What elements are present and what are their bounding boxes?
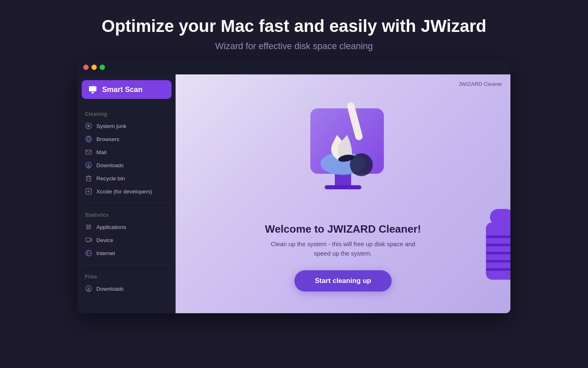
- sidebar-item-applications[interactable]: Applications: [82, 220, 172, 233]
- monitor-illustration: [286, 96, 400, 211]
- section-statistics-label: Statistics: [85, 212, 168, 218]
- files-downloads-label: Downloads: [96, 286, 124, 292]
- sidebar-item-recycle-bin[interactable]: Recycle bin: [82, 172, 172, 185]
- svg-point-11: [89, 227, 91, 229]
- sidebar-item-device[interactable]: Device: [82, 233, 172, 247]
- device-label: Device: [96, 237, 113, 243]
- titlebar: [78, 60, 510, 74]
- traffic-lights: [83, 65, 105, 70]
- section-cleaning-label: Cleaning: [85, 111, 168, 117]
- xcode-icon: [85, 188, 92, 195]
- browsers-icon: [85, 135, 92, 143]
- applications-icon: [85, 223, 92, 231]
- sidebar-item-downloads[interactable]: Downloads: [82, 159, 172, 172]
- page-title: Optimize your Mac fast and easily with J…: [102, 16, 487, 36]
- svg-rect-26: [486, 236, 510, 238]
- sidebar: Smart Scan Cleaning System junk Browsers: [78, 74, 176, 313]
- svg-rect-0: [89, 86, 96, 92]
- sidebar-item-xcode[interactable]: Xcode (for developers): [82, 185, 172, 198]
- minimize-button[interactable]: [91, 65, 97, 70]
- svg-rect-6: [87, 177, 91, 181]
- welcome-title: Welcome to JWIZARD Cleaner!: [265, 223, 421, 236]
- device-icon: [85, 236, 92, 244]
- system-junk-label: System junk: [96, 123, 127, 129]
- mail-label: Mail: [96, 149, 107, 155]
- app-name-label: JWIZARD Cleaner: [459, 81, 502, 87]
- xcode-label: Xcode (for developers): [96, 188, 152, 195]
- files-download-icon: [85, 285, 92, 292]
- svg-point-2: [87, 125, 90, 127]
- main-content: JWIZARD Cleaner: [176, 74, 510, 313]
- cleaner-illustration: [286, 96, 400, 211]
- divider-1: [82, 203, 172, 203]
- downloads-label: Downloads: [96, 162, 124, 168]
- svg-rect-12: [86, 238, 90, 241]
- svg-rect-4: [86, 150, 91, 154]
- svg-point-10: [87, 227, 88, 229]
- app-body: Smart Scan Cleaning System junk Browsers: [78, 74, 510, 313]
- downloads-icon: [85, 162, 92, 169]
- svg-rect-30: [486, 268, 510, 271]
- maximize-button[interactable]: [100, 65, 105, 70]
- sidebar-item-browsers[interactable]: Browsers: [82, 132, 172, 146]
- svg-rect-27: [486, 244, 510, 246]
- app-window: Smart Scan Cleaning System junk Browsers: [78, 60, 510, 313]
- internet-icon: [85, 249, 92, 257]
- recycle-bin-label: Recycle bin: [96, 175, 125, 182]
- browsers-label: Browsers: [96, 136, 119, 142]
- smart-scan-label: Smart Scan: [102, 85, 143, 94]
- welcome-description: Clean up the system - this will free up …: [265, 240, 421, 258]
- monitor-icon: [88, 85, 97, 94]
- mail-icon: [85, 148, 92, 156]
- divider-2: [82, 265, 172, 265]
- section-files-label: Files: [85, 274, 168, 280]
- svg-rect-19: [325, 185, 361, 189]
- applications-label: Applications: [96, 224, 126, 230]
- sidebar-item-mail[interactable]: Mail: [82, 146, 172, 159]
- start-cleaning-button[interactable]: Start cleaning up: [294, 270, 392, 292]
- sidebar-item-system-junk[interactable]: System junk: [82, 119, 172, 132]
- thumbs-decoration: [482, 207, 510, 280]
- close-button[interactable]: [83, 65, 89, 70]
- smart-scan-button[interactable]: Smart Scan: [82, 80, 172, 99]
- svg-rect-18: [335, 174, 351, 186]
- svg-rect-29: [486, 260, 510, 263]
- svg-point-9: [89, 225, 91, 227]
- svg-rect-13: [91, 239, 92, 241]
- sidebar-item-files-downloads[interactable]: Downloads: [82, 282, 172, 295]
- svg-rect-25: [486, 222, 510, 280]
- svg-rect-28: [486, 252, 510, 254]
- sidebar-item-internet[interactable]: Internet: [82, 247, 172, 260]
- internet-label: Internet: [96, 250, 115, 256]
- system-junk-icon: [85, 122, 92, 130]
- welcome-section: Welcome to JWIZARD Cleaner! Clean up the…: [265, 223, 421, 258]
- thumbs-up-icon: [482, 207, 510, 289]
- svg-point-8: [87, 225, 88, 227]
- page-subtitle: Wizard for effective disk space cleaning: [102, 41, 487, 52]
- page-header: Optimize your Mac fast and easily with J…: [94, 0, 495, 60]
- trash-icon: [85, 175, 92, 182]
